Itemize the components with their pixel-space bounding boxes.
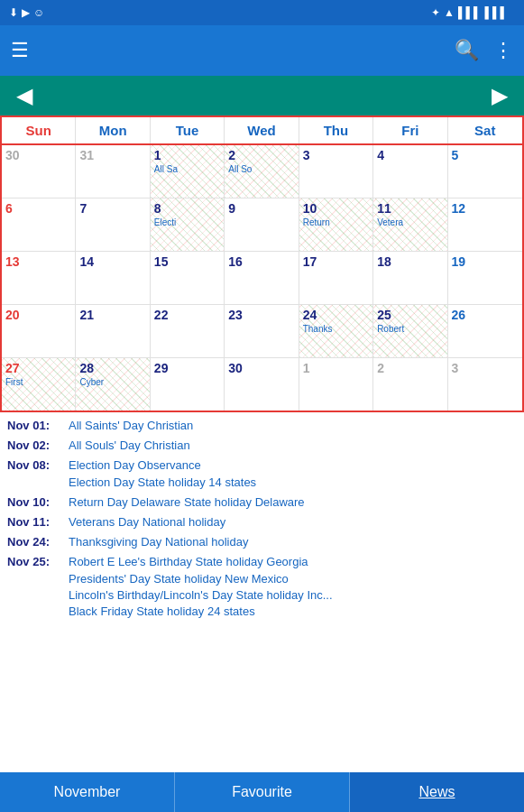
app-bar-icons: 🔍 ⋮ <box>455 39 513 62</box>
day-number: 31 <box>79 148 145 162</box>
day-event: Electi <box>154 217 220 228</box>
list-item: Nov 24:Thanksgiving Day National holiday <box>7 534 517 550</box>
bottom-nav-news[interactable]: News <box>350 772 524 812</box>
bottom-nav-november[interactable]: November <box>0 772 174 812</box>
holiday-description: Robert E Lee's Birthday State holiday Ge… <box>69 554 333 620</box>
day-cell[interactable]: 30 <box>225 358 299 411</box>
calendar-grid: Sun Mon Tue Wed Thu Fri Sat 30311All Sa2… <box>0 115 524 412</box>
day-number: 5 <box>452 148 519 162</box>
month-navigation: ◀ ▶ <box>0 76 524 115</box>
day-cell[interactable]: 13 <box>2 252 76 304</box>
list-item: Nov 08:Election Day Observance Election … <box>7 457 517 490</box>
day-number: 2 <box>377 361 443 375</box>
day-cell[interactable]: 15 <box>151 252 225 304</box>
day-cell[interactable]: 12 <box>448 198 522 251</box>
holiday-description: All Souls' Day Christian <box>69 438 190 454</box>
day-cell[interactable]: 25Robert <box>373 305 447 357</box>
day-number: 6 <box>5 201 71 216</box>
day-number: 13 <box>5 254 71 269</box>
day-event: First <box>5 377 71 388</box>
day-cell[interactable]: 8Electi <box>151 198 225 251</box>
day-cell[interactable]: 3 <box>448 358 522 411</box>
bottom-navigation: November Favourite News <box>0 772 524 812</box>
header-tue: Tue <box>151 117 225 143</box>
day-cell[interactable]: 11Vetera <box>373 198 447 251</box>
holiday-description: Return Day Delaware State holiday Delawa… <box>69 494 305 511</box>
holiday-date: Nov 25: <box>7 554 69 620</box>
day-cell[interactable]: 7 <box>76 198 150 251</box>
signal2-icon: ▌▌▌ <box>484 6 508 19</box>
day-cell[interactable]: 29 <box>151 358 225 411</box>
day-cell[interactable]: 22 <box>151 305 225 357</box>
holiday-date: Nov 10: <box>7 494 69 511</box>
day-cell[interactable]: 10Return <box>299 198 373 251</box>
week-row-2: 678Electi910Return11Vetera12 <box>2 198 522 252</box>
holiday-date: Nov 11: <box>7 514 69 531</box>
holiday-description: Election Day Observance Election Day Sta… <box>69 457 256 490</box>
day-cell[interactable]: 1 <box>299 358 373 411</box>
day-number: 25 <box>377 308 443 322</box>
holiday-date: Nov 24: <box>7 534 69 550</box>
day-number: 4 <box>377 148 443 162</box>
day-cell[interactable]: 3 <box>299 145 373 198</box>
day-cell[interactable]: 2 <box>373 358 447 411</box>
day-cell[interactable]: 30 <box>2 145 76 198</box>
day-event: All Sa <box>154 164 220 175</box>
day-cell[interactable]: 31 <box>76 145 150 198</box>
day-cell[interactable]: 9 <box>225 198 299 251</box>
day-cell[interactable]: 28Cyber <box>76 358 150 411</box>
day-cell[interactable]: 2All So <box>225 145 299 198</box>
day-cell[interactable]: 24Thanks <box>299 305 373 357</box>
bottom-nav-favourite[interactable]: Favourite <box>174 772 350 812</box>
day-cell[interactable]: 20 <box>2 305 76 357</box>
day-number: 12 <box>452 201 519 216</box>
wifi-icon: ▲ <box>444 6 455 19</box>
day-event: Cyber <box>79 377 145 388</box>
day-cell[interactable]: 4 <box>373 145 447 198</box>
day-event: All So <box>228 164 294 175</box>
list-item: Nov 10:Return Day Delaware State holiday… <box>7 494 517 511</box>
day-cell[interactable]: 5 <box>448 145 522 198</box>
week-row-5: 27First28Cyber2930123 <box>2 358 522 411</box>
holiday-list: Nov 01:All Saints' Day ChristianNov 02:A… <box>0 412 524 674</box>
day-cell[interactable]: 6 <box>2 198 76 251</box>
day-number: 16 <box>228 254 294 269</box>
bluetooth-icon: ✦ <box>431 6 440 19</box>
day-number: 10 <box>303 201 369 216</box>
day-number: 30 <box>228 361 294 375</box>
day-cell[interactable]: 14 <box>76 252 150 304</box>
list-item: Nov 01:All Saints' Day Christian <box>7 418 517 434</box>
day-cell[interactable]: 27First <box>2 358 76 411</box>
header-sun: Sun <box>2 117 76 143</box>
day-number: 3 <box>452 361 519 375</box>
search-icon[interactable]: 🔍 <box>455 39 479 62</box>
hamburger-menu-button[interactable]: ☰ <box>11 39 29 62</box>
day-cell[interactable]: 19 <box>448 252 522 304</box>
day-number: 9 <box>228 201 294 216</box>
day-number: 30 <box>5 148 71 162</box>
day-cell[interactable]: 1All Sa <box>151 145 225 198</box>
day-event: Thanks <box>303 324 369 335</box>
week-row-3: 13141516171819 <box>2 252 522 305</box>
day-cell[interactable]: 16 <box>225 252 299 304</box>
header-thu: Thu <box>299 117 373 143</box>
day-number: 26 <box>452 308 519 322</box>
week-row-4: 2021222324Thanks25Robert26 <box>2 305 522 358</box>
header-wed: Wed <box>225 117 299 143</box>
day-cell[interactable]: 17 <box>299 252 373 304</box>
day-headers-row: Sun Mon Tue Wed Thu Fri Sat <box>2 117 522 145</box>
holiday-description: Thanksgiving Day National holiday <box>69 534 248 550</box>
day-number: 19 <box>452 254 519 269</box>
next-month-button[interactable]: ▶ <box>484 79 515 112</box>
download-icon: ⬇ <box>9 6 18 19</box>
day-cell[interactable]: 18 <box>373 252 447 304</box>
day-cell[interactable]: 21 <box>76 305 150 357</box>
day-number: 17 <box>303 254 369 269</box>
prev-month-button[interactable]: ◀ <box>9 79 40 112</box>
day-cell[interactable]: 23 <box>225 305 299 357</box>
more-options-icon[interactable]: ⋮ <box>493 39 513 62</box>
signal-icon: ▌▌▌ <box>458 6 482 19</box>
day-cell[interactable]: 26 <box>448 305 522 357</box>
status-bar: ⬇ ▶ ☺ ✦ ▲ ▌▌▌ ▌▌▌ <box>0 0 524 25</box>
status-right-icons: ✦ ▲ ▌▌▌ ▌▌▌ <box>431 6 515 19</box>
